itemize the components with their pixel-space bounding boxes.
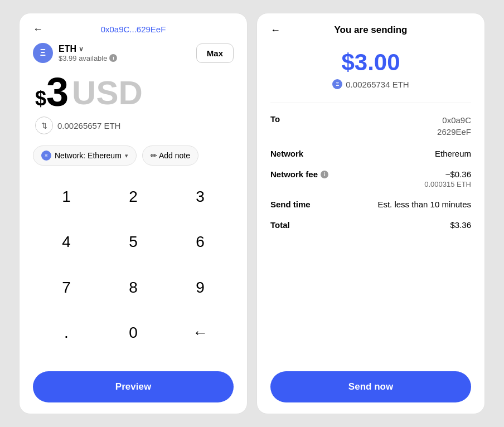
eth-conversion-row: ⇅ 0.00265657 ETH bbox=[33, 117, 234, 134]
network-label: Network: Ethereum bbox=[55, 151, 122, 160]
fee-info-icon[interactable]: i bbox=[321, 171, 328, 178]
sending-usd-amount: $3.00 bbox=[270, 49, 471, 76]
send-confirm-screen: ← You are sending $3.00 Ξ 0.00265734 ETH… bbox=[256, 13, 485, 414]
info-icon[interactable]: i bbox=[109, 54, 117, 62]
numpad-key-9[interactable]: 9 bbox=[167, 270, 234, 305]
to-label: To bbox=[270, 114, 280, 124]
right-header: ← You are sending bbox=[270, 25, 471, 36]
page-title: You are sending bbox=[335, 25, 408, 36]
network-eth-icon: Ξ bbox=[41, 151, 51, 161]
token-chevron-icon: ∨ bbox=[79, 45, 84, 53]
swap-icon[interactable]: ⇅ bbox=[35, 117, 53, 134]
sending-amount: $3.00 bbox=[270, 49, 471, 76]
numpad-key-2[interactable]: 2 bbox=[100, 179, 167, 215]
fee-label-container: Network fee i bbox=[270, 169, 328, 179]
options-row: Ξ Network: Ethereum ▾ ✏ Add note bbox=[33, 145, 234, 166]
numpad-key-5[interactable]: 5 bbox=[100, 224, 167, 260]
network-chevron-icon: ▾ bbox=[125, 152, 128, 159]
preview-button[interactable]: Preview bbox=[33, 371, 234, 402]
fee-label: Network fee bbox=[270, 169, 318, 179]
token-info: Ξ ETH ∨ $3.99 available i bbox=[33, 43, 117, 63]
numpad-key-3[interactable]: 3 bbox=[167, 179, 234, 215]
left-header: ← 0x0a9C...629EeF bbox=[33, 25, 234, 34]
numpad-key-7[interactable]: 7 bbox=[33, 270, 100, 305]
sending-eth-row: Ξ 0.00265734 ETH bbox=[270, 79, 471, 89]
total-value: $3.36 bbox=[450, 220, 471, 230]
sending-eth-amount: 0.00265734 ETH bbox=[346, 80, 409, 89]
fee-value: ~$0.36 bbox=[424, 169, 471, 179]
numpad-key-1[interactable]: 1 bbox=[33, 179, 100, 215]
add-note-button[interactable]: ✏ Add note bbox=[142, 145, 198, 166]
send-time-value: Est. less than 10 minutes bbox=[377, 200, 471, 209]
network-value: Ethereum bbox=[435, 149, 471, 158]
send-screen-left: ← 0x0a9C...629EeF Ξ ETH ∨ $3.99 availabl… bbox=[19, 13, 248, 414]
wallet-address[interactable]: 0x0a9C...629EeF bbox=[101, 25, 166, 34]
network-label: Network bbox=[270, 149, 303, 158]
to-address-line2: 2629EeF bbox=[437, 126, 471, 138]
numpad-key-6[interactable]: 6 bbox=[167, 224, 234, 260]
numpad-key-backspace[interactable]: ← bbox=[167, 315, 234, 351]
token-details: ETH ∨ $3.99 available i bbox=[59, 44, 117, 62]
to-row: To 0x0a9C 2629EeF bbox=[270, 114, 471, 138]
divider bbox=[270, 103, 471, 103]
numpad-key-8[interactable]: 8 bbox=[100, 270, 167, 305]
max-button[interactable]: Max bbox=[196, 43, 234, 63]
fee-row: Network fee i ~$0.36 0.000315 ETH bbox=[270, 169, 471, 188]
numpad-key-4[interactable]: 4 bbox=[33, 224, 100, 260]
numpad-key-0[interactable]: 0 bbox=[100, 315, 167, 351]
eth-amount-text: 0.00265657 ETH bbox=[57, 121, 120, 130]
back-button-right[interactable]: ← bbox=[270, 25, 280, 36]
fee-eth-value: 0.000315 ETH bbox=[424, 180, 471, 188]
amount-number: 3 bbox=[46, 72, 69, 112]
amount-currency: USD bbox=[72, 76, 143, 110]
to-address-line1: 0x0a9C bbox=[437, 114, 471, 126]
token-row: Ξ ETH ∨ $3.99 available i Max bbox=[33, 43, 234, 63]
token-name[interactable]: ETH ∨ bbox=[59, 44, 117, 54]
total-row: Total $3.36 bbox=[270, 220, 471, 230]
network-button[interactable]: Ξ Network: Ethereum ▾ bbox=[33, 145, 137, 166]
send-time-row: Send time Est. less than 10 minutes bbox=[270, 200, 471, 209]
numpad: 1 2 3 4 5 6 7 8 9 . 0 ← bbox=[33, 179, 234, 360]
numpad-key-dot[interactable]: . bbox=[33, 315, 100, 351]
back-button-left[interactable]: ← bbox=[33, 23, 43, 35]
send-time-label: Send time bbox=[270, 200, 311, 209]
token-available: $3.99 available i bbox=[59, 54, 117, 62]
total-label: Total bbox=[270, 220, 290, 230]
eth-icon: Ξ bbox=[33, 43, 53, 63]
amount-display: $ 3 USD bbox=[33, 72, 234, 112]
dollar-sign: $ bbox=[35, 89, 46, 109]
send-now-button[interactable]: Send now bbox=[270, 371, 471, 402]
network-row: Network Ethereum bbox=[270, 149, 471, 158]
sending-eth-icon: Ξ bbox=[332, 79, 342, 89]
